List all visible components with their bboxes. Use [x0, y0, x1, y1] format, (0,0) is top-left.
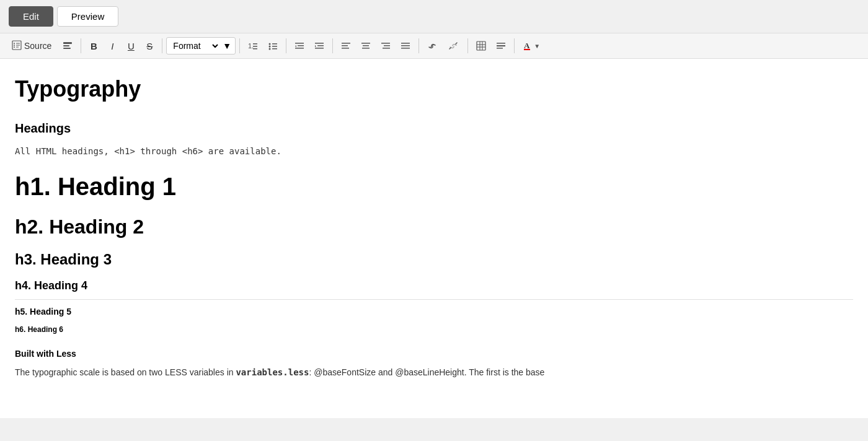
- format-dropdown[interactable]: Format Heading 1 Heading 2 Heading 3 Hea…: [166, 37, 236, 55]
- svg-point-1: [14, 43, 15, 44]
- svg-rect-49: [497, 48, 503, 49]
- svg-rect-20: [295, 43, 304, 44]
- table-icon: [476, 41, 486, 51]
- editor-area[interactable]: Typography Headings All HTML headings, <…: [0, 59, 868, 418]
- indent-button[interactable]: [310, 37, 329, 55]
- top-bar: Edit Preview: [0, 0, 868, 33]
- svg-rect-17: [272, 43, 277, 45]
- svg-text:1.: 1.: [248, 42, 254, 50]
- justify-button[interactable]: [396, 37, 415, 55]
- svg-rect-9: [63, 48, 71, 49]
- svg-rect-8: [63, 45, 69, 46]
- align-right-button[interactable]: [376, 37, 395, 55]
- underline-button[interactable]: U: [122, 37, 140, 55]
- h6-demo: h6. Heading 6: [15, 324, 853, 336]
- svg-rect-13: [253, 48, 257, 50]
- strikethrough-button[interactable]: S: [141, 37, 158, 55]
- justify-icon: [401, 41, 410, 51]
- italic-button[interactable]: I: [104, 37, 121, 55]
- ordered-list-button[interactable]: 1.: [244, 37, 262, 55]
- desc-text-suffix: : @baseFontSize and @baseLineHeight. The…: [309, 367, 544, 377]
- svg-text:A: A: [524, 41, 530, 50]
- h2-demo: h2. Heading 2: [15, 211, 853, 243]
- svg-point-14: [269, 43, 271, 45]
- svg-rect-47: [497, 43, 505, 44]
- font-color-button[interactable]: A ▼: [518, 37, 544, 55]
- align-left-icon: [341, 41, 351, 51]
- ordered-list-icon: 1.: [248, 41, 258, 51]
- svg-rect-26: [315, 48, 324, 49]
- svg-line-41: [450, 48, 451, 49]
- outdent-button[interactable]: [290, 37, 309, 55]
- separator-3: [239, 38, 240, 53]
- source-label: Source: [24, 41, 51, 51]
- desc-code: variables.less: [236, 367, 309, 377]
- toolbar: Source B I U S Format Heading 1 Heading …: [0, 33, 868, 59]
- indent-icon: [314, 41, 324, 51]
- bold-button[interactable]: B: [85, 37, 102, 55]
- page-title: Typography: [15, 71, 853, 107]
- svg-line-40: [456, 43, 457, 44]
- source-icon: [12, 40, 22, 52]
- format-chevron-icon: ▼: [223, 41, 231, 51]
- unlink-icon: [448, 41, 459, 51]
- edit-tab[interactable]: Edit: [9, 6, 53, 27]
- svg-rect-24: [315, 43, 324, 44]
- svg-point-5: [14, 46, 15, 48]
- outdent-icon: [294, 41, 304, 51]
- svg-marker-23: [295, 45, 296, 47]
- svg-rect-25: [317, 45, 324, 46]
- desc-paragraph: The typographic scale is based on two LE…: [15, 365, 853, 379]
- svg-rect-7: [63, 42, 72, 44]
- unlink-button[interactable]: [444, 37, 464, 55]
- svg-rect-21: [298, 45, 304, 46]
- svg-rect-30: [342, 48, 349, 49]
- hr-icon: [496, 41, 506, 51]
- source-button[interactable]: Source: [6, 37, 57, 55]
- preview-tab[interactable]: Preview: [57, 6, 118, 27]
- separator-6: [418, 38, 419, 53]
- separator-4: [286, 38, 286, 53]
- align-center-icon: [361, 41, 371, 51]
- svg-point-15: [269, 46, 271, 48]
- svg-rect-34: [381, 43, 390, 44]
- svg-rect-12: [253, 46, 257, 47]
- format-select-input[interactable]: Format Heading 1 Heading 2 Heading 3 Hea…: [170, 40, 220, 51]
- svg-rect-29: [342, 45, 348, 46]
- separator-5: [332, 38, 333, 53]
- link-icon: [427, 41, 438, 51]
- h5-demo: h5. Heading 5: [15, 305, 853, 318]
- desc-text-prefix: The typographic scale is based on two LE…: [15, 367, 236, 377]
- separator-2: [162, 38, 162, 53]
- svg-rect-11: [253, 43, 257, 45]
- hr-button[interactable]: [492, 37, 510, 55]
- h3-demo: h3. Heading 3: [15, 248, 853, 271]
- block-icon: [63, 41, 73, 51]
- svg-rect-38: [401, 45, 410, 46]
- svg-rect-33: [362, 48, 370, 49]
- table-button[interactable]: [472, 37, 490, 55]
- h4-demo: h4. Heading 4: [15, 277, 853, 300]
- svg-rect-31: [361, 43, 370, 44]
- font-color-arrow: ▼: [534, 43, 540, 50]
- svg-rect-42: [477, 41, 485, 50]
- built-with-less-heading: Built with Less: [15, 347, 853, 360]
- svg-rect-22: [295, 48, 304, 49]
- svg-rect-6: [16, 46, 19, 47]
- svg-rect-28: [342, 43, 350, 44]
- align-center-button[interactable]: [356, 37, 375, 55]
- svg-rect-36: [383, 48, 390, 49]
- separator-7: [467, 38, 468, 53]
- svg-point-16: [269, 48, 271, 50]
- svg-rect-39: [401, 48, 410, 49]
- svg-rect-2: [16, 43, 20, 43]
- svg-rect-4: [16, 45, 20, 45]
- headings-section-title: Headings: [15, 118, 853, 138]
- unordered-list-button[interactable]: [264, 37, 282, 55]
- svg-rect-51: [524, 49, 530, 50]
- block-icon-button[interactable]: [58, 37, 77, 55]
- svg-rect-35: [384, 45, 390, 46]
- link-button[interactable]: [423, 37, 443, 55]
- separator-1: [81, 38, 81, 53]
- align-left-button[interactable]: [337, 37, 355, 55]
